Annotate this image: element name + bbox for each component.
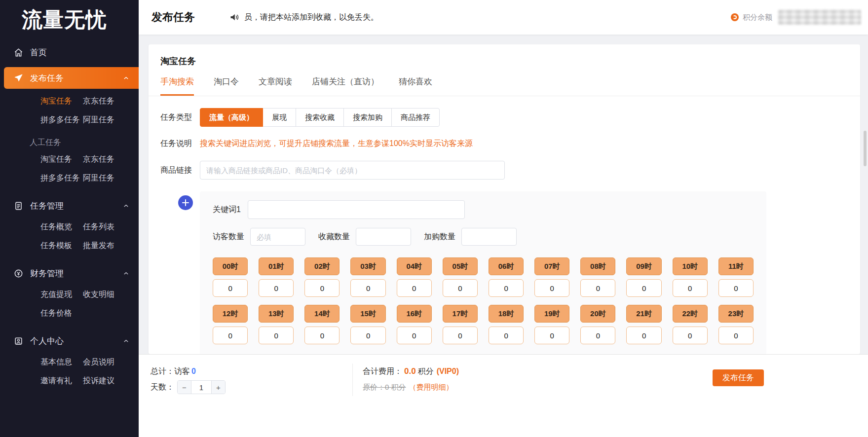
sidebar-sub-task-price[interactable]: 任务价格: [40, 308, 72, 319]
hour-count-input[interactable]: [534, 279, 569, 297]
sidebar-sub-basic-info[interactable]: 基本信息: [40, 357, 72, 367]
task-desc-label: 任务说明: [160, 139, 200, 149]
hour-count-input[interactable]: [673, 327, 708, 344]
footer-fee: 合计费用： 0.0 积分 (VIP0) 原价：0 积分 （费用明细）: [352, 364, 459, 396]
hour-count-input[interactable]: [580, 327, 615, 344]
speaker-icon: [229, 12, 239, 22]
hour-label: 13时: [259, 305, 294, 323]
points-coin-icon: [731, 13, 739, 21]
sidebar-sub-invite-reward[interactable]: 邀请有礼: [40, 376, 72, 386]
hour-count-input[interactable]: [259, 279, 294, 297]
hour-label: 12时: [213, 305, 248, 323]
sidebar-item-task-management[interactable]: 任务管理: [0, 195, 139, 217]
days-value-input[interactable]: [191, 381, 211, 394]
sidebar-sub-manual-taobao[interactable]: 淘宝任务: [40, 154, 72, 165]
hour-count-input[interactable]: [443, 279, 478, 297]
sidebar-sub-publish-pdd[interactable]: 拼多多任务: [40, 115, 80, 125]
tab-taokouling[interactable]: 淘口令: [214, 76, 239, 96]
tab-article-read[interactable]: 文章阅读: [259, 76, 292, 96]
sidebar-sub-income-expense[interactable]: 收支明细: [83, 290, 114, 300]
tab-shop-follow[interactable]: 店铺关注（直访）: [312, 76, 379, 96]
sidebar-sub-manual-ali[interactable]: 阿里任务: [83, 173, 114, 183]
sidebar-sub-publish-jd[interactable]: 京东任务: [83, 96, 114, 107]
hour-count-input[interactable]: [673, 279, 708, 297]
product-link-input[interactable]: [200, 161, 505, 180]
hour-label: 15时: [350, 305, 385, 323]
cart-count-label: 加购数量: [424, 232, 455, 242]
hour-label: 16时: [397, 305, 432, 323]
hour-count-input[interactable]: [718, 279, 754, 297]
sidebar-sub-publish-taobao[interactable]: 淘宝任务: [40, 96, 72, 107]
type-impression-button[interactable]: 展现: [263, 108, 296, 127]
finance-submenu: 充值提现 收支明细 任务价格: [0, 284, 139, 324]
type-product-recommend-button[interactable]: 商品推荐: [391, 108, 440, 127]
page-title: 发布任务: [151, 10, 195, 25]
task-type-label: 任务类型: [160, 112, 200, 123]
days-minus-button[interactable]: −: [178, 381, 191, 394]
hour-count-input[interactable]: [718, 327, 754, 344]
hour-cell: 17时: [443, 305, 478, 344]
days-plus-button[interactable]: +: [211, 381, 225, 394]
hour-cell: 07时: [534, 257, 569, 297]
fee-detail-link[interactable]: （费用明细）: [409, 383, 453, 392]
sidebar-item-personal-center[interactable]: 个人中心: [0, 330, 139, 352]
hour-label: 10时: [673, 257, 708, 275]
sidebar-sub-publish-ali[interactable]: 阿里任务: [83, 115, 114, 125]
nav-label: 发布任务: [30, 73, 64, 84]
hour-count-input[interactable]: [397, 327, 432, 344]
visitor-count-input[interactable]: [250, 228, 305, 246]
hour-count-input[interactable]: [534, 327, 569, 344]
task-type-row: 任务类型 流量（高级） 展现 搜索收藏 搜索加购 商品推荐: [160, 108, 848, 127]
nav-label: 首页: [30, 47, 47, 58]
type-search-cart-button[interactable]: 搜索加购: [343, 108, 392, 127]
scrollbar-thumb[interactable]: [864, 131, 867, 166]
hour-count-input[interactable]: [580, 279, 615, 297]
hour-count-input[interactable]: [350, 327, 385, 344]
collect-count-input[interactable]: [356, 228, 411, 246]
task-type-group: 流量（高级） 展现 搜索收藏 搜索加购 商品推荐: [200, 108, 440, 127]
sidebar-sub-member-guide[interactable]: 会员说明: [83, 357, 114, 367]
announcement-bar: 员，请把本站添加到收藏，以免丢失。: [229, 12, 378, 23]
type-search-collect-button[interactable]: 搜索收藏: [296, 108, 344, 127]
hour-count-input[interactable]: [489, 327, 524, 344]
add-keyword-button[interactable]: [178, 195, 193, 210]
tab-mobile-taobao-search[interactable]: 手淘搜索: [160, 76, 194, 96]
sidebar-sub-task-template[interactable]: 任务模板: [40, 241, 72, 251]
sidebar-sub-task-overview[interactable]: 任务概览: [40, 222, 72, 232]
hour-count-input[interactable]: [489, 279, 524, 297]
keyword-panel: 关键词1 访客数量 收藏数量 加购数量 00时: [200, 191, 766, 354]
days-stepper: − +: [177, 380, 226, 394]
sidebar-sub-complaint-suggest[interactable]: 投诉建议: [83, 376, 114, 386]
sidebar-sub-batch-publish[interactable]: 批量发布: [83, 241, 114, 251]
task-management-submenu: 任务概览 任务列表 任务模板 批量发布: [0, 217, 139, 256]
hour-count-input[interactable]: [213, 327, 248, 344]
sidebar-sub-manual-pdd[interactable]: 拼多多任务: [40, 173, 80, 183]
cart-count-input[interactable]: [461, 228, 517, 246]
hour-count-input[interactable]: [259, 327, 294, 344]
hour-cell: 01时: [259, 257, 294, 297]
sidebar-item-publish-task[interactable]: 发布任务: [4, 67, 139, 89]
hour-count-input[interactable]: [626, 327, 661, 344]
task-desc-row: 任务说明 搜索关键词进店浏览，可提升店铺搜索流量，生意参谋100%实时显示访客来…: [160, 139, 848, 149]
hour-count-input[interactable]: [443, 327, 478, 344]
keyword-input[interactable]: [248, 200, 465, 219]
hour-count-input[interactable]: [304, 327, 340, 344]
sidebar-sub-manual-jd[interactable]: 京东任务: [83, 154, 114, 165]
sidebar-item-home[interactable]: 首页: [0, 41, 139, 63]
sidebar-sub-recharge-withdraw[interactable]: 充值提现: [40, 290, 72, 300]
hour-count-input[interactable]: [350, 279, 385, 297]
sidebar-sub-task-list[interactable]: 任务列表: [83, 222, 114, 232]
hour-count-input[interactable]: [304, 279, 340, 297]
sidebar-item-finance-management[interactable]: 财务管理: [0, 262, 139, 284]
hour-count-input[interactable]: [626, 279, 661, 297]
hour-label: 06时: [489, 257, 524, 275]
hour-count-input[interactable]: [397, 279, 432, 297]
hour-cell: 14时: [304, 305, 340, 344]
hour-cell: 23时: [718, 305, 754, 344]
hour-count-input[interactable]: [213, 279, 248, 297]
tab-guess-you-like[interactable]: 猜你喜欢: [399, 76, 432, 96]
quantity-row: 访客数量 收藏数量 加购数量: [213, 228, 754, 246]
publish-task-button[interactable]: 发布任务: [713, 369, 764, 386]
hour-cell: 06时: [489, 257, 524, 297]
type-traffic-advanced-button[interactable]: 流量（高级）: [200, 108, 263, 127]
